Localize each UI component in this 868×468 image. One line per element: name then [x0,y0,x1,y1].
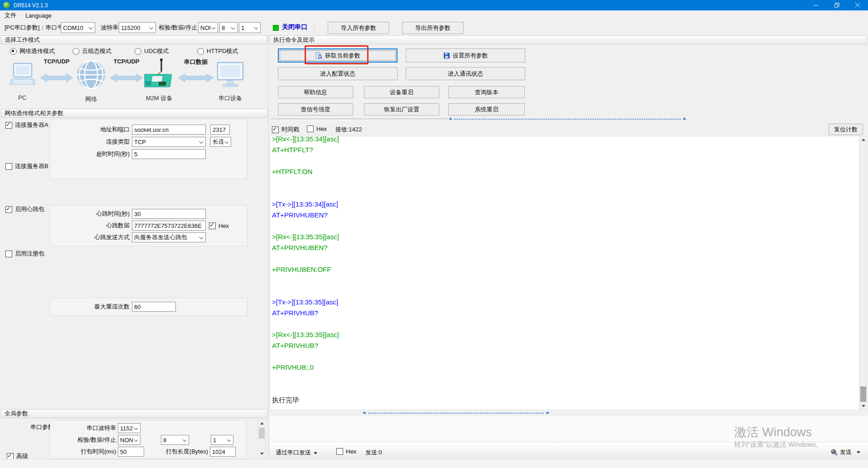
log-scrollbar[interactable] [859,136,867,410]
server-a-port-input[interactable]: 2317 [210,125,230,135]
server-a-address-input[interactable]: socket.usr.cn [132,125,206,135]
chevron-down-icon [211,25,216,30]
scroll-up-icon[interactable] [260,422,264,425]
splitter-dotted-line [454,119,681,120]
log-hex-checkbox[interactable]: Hex [307,125,327,132]
app-window: DR514 V2.1.3 文件 Language [PC串口参数]：串口号 CO… [0,0,868,468]
enter-config-button[interactable]: 进入配置状态 [278,67,398,80]
scroll-up-icon[interactable] [862,139,865,141]
global-params-header: 全局参数 [1,409,267,418]
baud-select[interactable]: 115200 [119,22,156,33]
radio-label: UDC模式 [144,47,169,55]
hb-hex-checkbox[interactable]: Hex [209,222,229,229]
net-params-header: 网络透传模式相关参数 [1,109,267,118]
conn-mode-select[interactable]: 长连接 [210,137,231,147]
menu-language[interactable]: Language [21,10,56,20]
factory-reset-button[interactable]: 恢复出厂设置 [364,103,439,116]
pack-time-input[interactable]: 50 [118,447,144,457]
server-a-checkbox[interactable]: 连接服务器A [5,121,48,129]
set-params-button[interactable]: 设置所有参数 [406,48,525,63]
restore-icon [834,3,839,8]
timeout-input[interactable]: 5 [132,149,206,159]
import-params-button[interactable]: 导入所有参数 [328,22,389,34]
search-doc-icon [315,52,322,59]
timestamp-checkbox[interactable]: 时间戳 [272,125,299,134]
query-signal-button[interactable]: 查信号强度 [278,103,353,116]
databits-select[interactable]: 8 [219,22,238,33]
scrollbar-thumb[interactable] [860,386,866,402]
log-line: +PRIVHUBEN:OFF [272,264,859,275]
left-panel-scrollbar[interactable] [258,420,266,458]
reset-count-button[interactable]: 复位计数 [829,124,863,135]
parity-select[interactable]: NONI [198,22,218,33]
addr-label: 地址和端口 [50,125,130,135]
close-button[interactable] [847,0,868,10]
pack-time-label: 打包时间(ms) [50,447,116,457]
scroll-down-icon[interactable] [260,453,264,455]
work-mode-header: 选择工作模式 [1,35,267,44]
get-params-button[interactable]: 获取当前参数 [278,48,398,63]
restore-button[interactable] [826,0,847,10]
panel-divider [268,35,269,459]
close-port-button[interactable]: 关闭串口 [282,23,307,31]
chevron-down-icon [134,426,138,430]
checkbox-label: Hex [218,222,229,229]
command-panel-header: 执行命令及提示 [270,35,867,44]
help-info-button[interactable]: 帮助信息 [278,86,353,98]
enter-comm-button[interactable]: 进入通讯状态 [406,67,525,80]
g-parity-select[interactable]: NONE [118,435,141,445]
g-parity-label: 检验/数据/停止 [50,435,116,445]
radio-httpd-mode[interactable]: HTTPD模式 [197,47,238,55]
send-splitter-handle[interactable] [363,410,549,415]
network-globe-icon [76,60,106,90]
heartbeat-checkbox[interactable]: 启用心跳包 [5,205,44,213]
register-checkbox[interactable]: 启用注册包 [5,250,44,258]
scrollbar-thumb[interactable] [259,428,265,439]
g-stopbits-select[interactable]: 1 [211,435,233,445]
radio-udc-mode[interactable]: UDC模式 [135,47,169,55]
radio-icon [73,48,79,55]
send-hex-checkbox[interactable]: Hex [336,448,356,455]
radio-net-transparent[interactable]: 网络透传模式 [10,47,55,55]
export-params-button[interactable]: 导出所有参数 [402,22,464,34]
hb-time-input[interactable]: 30 [132,209,206,219]
system-reboot-button[interactable]: 系统重启 [448,103,525,116]
pc-serial-label: [PC串口参数]：串口号 [5,22,63,33]
chevron-down-icon [231,25,235,30]
reconnect-input[interactable]: 60 [132,302,176,312]
com-port-select[interactable]: COM10 [61,22,95,33]
send-button[interactable]: 发送 [830,447,860,458]
log-line [272,351,859,362]
g-databits-select[interactable]: 8 [161,435,189,445]
send-method-dropdown[interactable]: 通过串口发送 [276,447,317,458]
g-baud-select[interactable]: 115200 [118,423,141,433]
stopbits-select[interactable]: 1 [239,22,261,33]
g-baud-label: 串口波特率 [50,423,116,433]
query-version-button[interactable]: 查询版本 [448,86,525,98]
toolbar-separator [314,21,314,34]
chevron-down-icon [199,140,204,144]
conn-type-select[interactable]: TCP [132,137,206,147]
menu-file[interactable]: 文件 [0,10,21,20]
hb-data-input[interactable]: 7777772E7573722E636E [132,221,206,231]
pack-len-input[interactable]: 1024 [210,447,236,457]
window-title: DR514 V2.1.3 [14,2,805,9]
chevron-down-icon [88,25,93,30]
chevron-down-icon [134,438,138,442]
log-line [272,188,859,199]
device-reboot-button[interactable]: 设备重启 [364,86,439,98]
server-b-checkbox[interactable]: 连接服务器B [5,162,48,170]
radio-cloud-scada[interactable]: 云组态模式 [73,47,112,55]
node-label: PC [9,94,36,101]
log-splitter-handle[interactable] [449,116,686,121]
caret-down-icon [857,451,860,454]
hb-mode-select[interactable]: 向服务器发送心跳包 [132,232,206,242]
speaker-icon [830,449,838,456]
log-textarea[interactable]: >[Rx<-][13:35:34][asc] AT+HTPFLT? +HTPFL… [270,136,859,410]
checkbox-icon [307,125,314,132]
log-line: >[Rx<-][13:35:34][asc] [272,136,859,145]
scroll-down-icon[interactable] [862,405,865,407]
parity-label: 检验/数据/停止 [159,22,197,33]
checkbox-label: 启用心跳包 [15,205,44,213]
minimize-button[interactable] [805,0,826,10]
